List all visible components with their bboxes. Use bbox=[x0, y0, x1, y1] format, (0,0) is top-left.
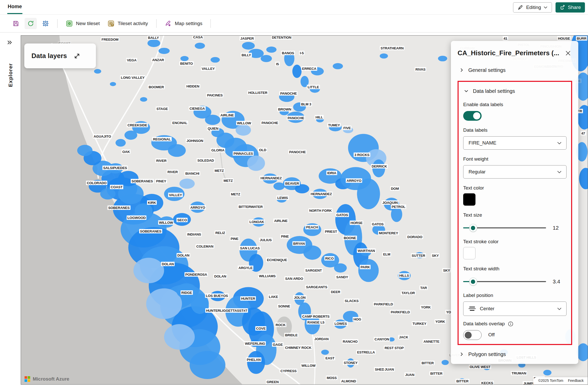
map-settings-button[interactable]: Map settings bbox=[162, 18, 205, 29]
map-label: SOBERANES bbox=[107, 206, 130, 210]
text-stroke-color-label: Text stroke color bbox=[463, 239, 567, 244]
font-weight-dropdown[interactable]: Regular bbox=[463, 165, 567, 179]
map-label: ANNETTE bbox=[423, 339, 440, 344]
new-tileset-button[interactable]: New tileset bbox=[63, 18, 102, 29]
save-button[interactable] bbox=[10, 18, 22, 29]
map-label: 3 ROCKS bbox=[354, 153, 370, 157]
map-label: DOLAN bbox=[177, 253, 190, 258]
data-labels-dropdown[interactable]: FIRE_NAME bbox=[463, 136, 567, 150]
share-button[interactable]: Share bbox=[556, 2, 585, 13]
chevron-down-icon bbox=[557, 142, 562, 145]
general-settings-label: General settings bbox=[468, 67, 506, 73]
map-label: PARK bbox=[360, 265, 371, 269]
feedback-link[interactable]: Feedback bbox=[568, 379, 584, 383]
refresh-button[interactable] bbox=[25, 18, 37, 29]
map-label: ARROYO bbox=[190, 205, 206, 210]
map-label: CHIMNEY ROCK bbox=[284, 346, 312, 350]
map-canvas[interactable]: FREEDOMBALLYCASAJASPERDETENTION41HOUSEBU… bbox=[21, 35, 588, 385]
data-labels-overlap-toggle[interactable] bbox=[463, 330, 482, 340]
map-label: AIRLINE bbox=[220, 113, 235, 117]
text-color-swatch[interactable] bbox=[463, 193, 475, 206]
map-label: MOSS bbox=[326, 376, 338, 380]
text-color-label: Text color bbox=[463, 185, 567, 191]
close-panel-button[interactable] bbox=[564, 49, 572, 57]
section-data-label-settings[interactable]: Data label settings bbox=[463, 86, 567, 96]
data-label-settings-label: Data label settings bbox=[473, 88, 515, 94]
map-label: GLORIA bbox=[210, 148, 225, 152]
label-position-dropdown[interactable]: Center bbox=[463, 302, 567, 316]
text-stroke-width-slider-thumb[interactable] bbox=[469, 278, 477, 286]
data-label-settings-highlight: Data label settings Enable data labels D… bbox=[458, 81, 572, 345]
section-general-settings[interactable]: General settings bbox=[458, 65, 572, 75]
map-label: BITTER bbox=[429, 371, 443, 376]
map-label: ECHENIQUE bbox=[266, 258, 288, 262]
map-label: LOS BUEYOS bbox=[205, 294, 229, 298]
map-label: PETROL bbox=[391, 205, 406, 209]
enable-data-labels-toggle[interactable] bbox=[463, 111, 482, 121]
map-label: RIVAS bbox=[415, 67, 426, 72]
expand-diagonal-icon[interactable] bbox=[74, 53, 80, 59]
map-label: HERNANDEZ bbox=[260, 176, 283, 180]
tab-home[interactable]: Home bbox=[8, 4, 22, 9]
data-labels-field-label: Data labels bbox=[463, 127, 567, 133]
map-label: SECO bbox=[176, 218, 187, 222]
map-label: JORDAN bbox=[314, 337, 329, 341]
info-icon[interactable] bbox=[508, 321, 513, 327]
azure-logo-text: Microsoft Azure bbox=[33, 376, 69, 382]
map-label: CIENEGA bbox=[189, 106, 206, 111]
chevron-right-icon bbox=[460, 352, 464, 356]
chevron-down-icon bbox=[557, 307, 562, 310]
map-label: AGUAJITO bbox=[93, 134, 112, 139]
map-label: RIVER bbox=[156, 159, 167, 163]
map-label: WILLOW bbox=[158, 220, 174, 225]
tileset-activity-button[interactable]: Tileset activity bbox=[105, 18, 151, 29]
map-label: FIVE bbox=[342, 126, 351, 130]
expand-explorer-button[interactable] bbox=[7, 39, 13, 46]
text-stroke-width-value: 3.4 bbox=[553, 279, 560, 285]
map-label: HOLLISTER bbox=[248, 91, 268, 95]
map-label: LAKE bbox=[268, 295, 279, 299]
map-label: ENCINAL bbox=[172, 121, 188, 125]
map-label: RIDGE bbox=[181, 291, 193, 295]
map-label: CYPRESS bbox=[280, 369, 297, 373]
microsoft-logo-icon bbox=[25, 376, 30, 382]
map-label: BILLY bbox=[241, 53, 252, 57]
text-size-slider-row: 12 bbox=[463, 224, 567, 232]
text-size-slider[interactable] bbox=[463, 227, 546, 229]
editing-label: Editing bbox=[526, 5, 541, 10]
map-label: LONOAK bbox=[249, 220, 265, 224]
explorer-rail-label[interactable]: Explorer bbox=[7, 63, 14, 87]
map-label: ROCK bbox=[275, 323, 286, 327]
map-label: BALLY bbox=[147, 36, 160, 40]
map-label: JOLON bbox=[293, 295, 306, 300]
text-size-slider-thumb[interactable] bbox=[469, 224, 477, 232]
map-label: DETENTION bbox=[271, 35, 292, 40]
map-label: CAMP ROBERTS bbox=[302, 314, 330, 319]
map-label: TRUMAN bbox=[511, 371, 527, 375]
section-polygon-settings[interactable]: Polygon settings bbox=[458, 349, 572, 359]
map-label: HILLS bbox=[398, 273, 410, 278]
editing-mode-button[interactable]: Editing bbox=[513, 2, 552, 13]
data-layers-card[interactable]: Data layers bbox=[24, 43, 96, 68]
text-stroke-color-swatch[interactable] bbox=[463, 247, 475, 259]
map-label: DERRICK bbox=[371, 164, 388, 169]
map-label: WEFERLING bbox=[244, 341, 266, 346]
map-label: BURR bbox=[576, 36, 587, 41]
map-settings-label: Map settings bbox=[175, 21, 203, 26]
double-chevron-right-icon bbox=[7, 39, 13, 46]
settings-button[interactable] bbox=[39, 18, 52, 29]
map-label: JUAN bbox=[384, 367, 395, 372]
map-label: BROWN bbox=[277, 107, 292, 112]
map-label: PARKFIELD bbox=[390, 310, 411, 314]
tab-home-underline bbox=[7, 13, 23, 14]
map-label: SHED bbox=[374, 367, 385, 372]
map-label: KIRK bbox=[147, 201, 157, 205]
map-label: PINE bbox=[230, 237, 239, 241]
map-label: BOONE bbox=[343, 236, 357, 240]
layer-settings-panel: CA_Historic_Fire_Perimeters (... General… bbox=[451, 41, 578, 364]
map-label: WILLOW bbox=[301, 363, 316, 368]
close-icon bbox=[565, 50, 571, 56]
text-stroke-width-slider[interactable] bbox=[463, 281, 546, 282]
map-label: GATOS bbox=[336, 213, 349, 217]
toolbar-divider bbox=[156, 19, 157, 28]
